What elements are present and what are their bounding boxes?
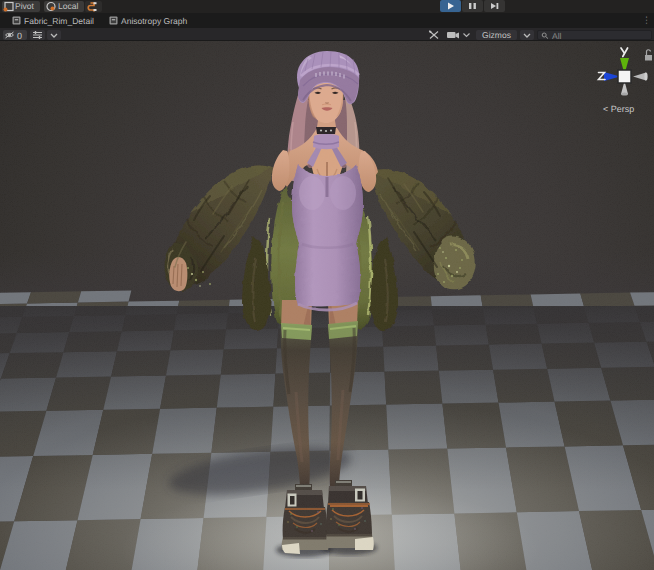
svg-text:0: 0 [17, 30, 22, 40]
